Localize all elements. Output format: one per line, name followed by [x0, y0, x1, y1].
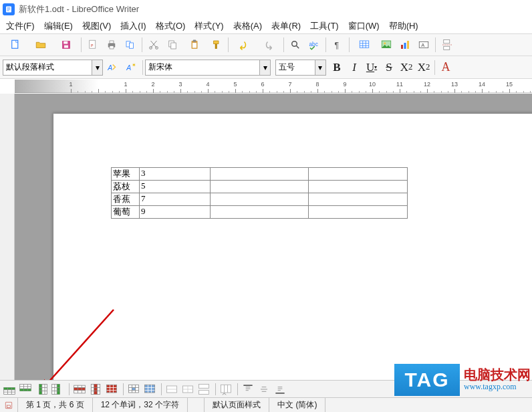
table-cell[interactable]: 3 [140, 168, 211, 181]
paragraph-style-combo[interactable]: 默认段落样式 ▾ [3, 60, 103, 76]
underline-button[interactable]: U ▾ [363, 59, 380, 76]
table-cell[interactable] [211, 168, 309, 181]
delete-col-button[interactable] [89, 383, 104, 396]
document-table[interactable]: 苹果3荔枝5香蕉7葡萄9 [111, 167, 408, 219]
insert-row-below-button[interactable] [19, 383, 33, 396]
find-replace-button[interactable] [287, 36, 304, 54]
align-center-button[interactable] [257, 383, 272, 396]
table-cell[interactable]: 苹果 [112, 168, 140, 181]
delete-table-button[interactable] [105, 383, 120, 396]
delete-row-button[interactable] [73, 383, 88, 396]
menu-insert[interactable]: 插入(I) [116, 19, 150, 33]
table-row[interactable]: 苹果3 [112, 168, 408, 181]
menu-styles[interactable]: 样式(Y) [190, 19, 228, 33]
superscript-button[interactable]: X2 [398, 59, 415, 76]
save-button[interactable] [54, 36, 78, 54]
language-status[interactable]: 中文 (简体) [269, 398, 325, 412]
word-count-status[interactable]: 12 个单词，32 个字符 [93, 398, 188, 412]
table-cell[interactable]: 7 [140, 193, 211, 206]
table-cell[interactable]: 5 [140, 181, 211, 193]
cut-button[interactable] [145, 36, 162, 54]
new-button[interactable] [3, 36, 27, 54]
page-style-status[interactable]: 默认页面样式 [205, 398, 269, 412]
page-status[interactable]: 第 1 页，共 6 页 [18, 398, 93, 412]
insert-chart-button[interactable] [396, 36, 414, 54]
export-pdf-button[interactable]: P [84, 36, 102, 54]
font-size-combo[interactable]: 五号 ▾ [275, 60, 326, 76]
table-cell[interactable]: 荔枝 [112, 181, 140, 193]
align-top-button[interactable] [241, 383, 256, 396]
svg-rect-20 [193, 40, 196, 42]
document-area[interactable]: 苹果3荔枝5香蕉7葡萄9 [15, 94, 532, 380]
table-cell[interactable]: 香蕉 [112, 193, 140, 206]
redo-button[interactable] [257, 36, 281, 54]
table-cell[interactable]: 葡萄 [112, 206, 140, 219]
table-cell[interactable] [211, 206, 309, 219]
svg-rect-60 [221, 385, 231, 393]
menu-edit[interactable]: 编辑(E) [39, 19, 78, 33]
app-icon [3, 3, 15, 15]
clone-format-button[interactable] [208, 36, 225, 54]
align-bottom-button[interactable] [273, 383, 288, 396]
select-table-button[interactable] [143, 383, 158, 396]
italic-button[interactable]: I [346, 59, 363, 76]
vertical-ruler[interactable] [0, 94, 15, 380]
insert-text-box-button[interactable]: A [415, 36, 432, 54]
nonprinting-chars-button[interactable]: ¶ [329, 36, 346, 54]
font-name-combo[interactable]: 新宋体 ▾ [145, 60, 271, 76]
table-row[interactable]: 荔枝5 [112, 181, 408, 193]
chevron-down-icon[interactable]: ▾ [259, 60, 270, 75]
subscript-button[interactable]: X2 [415, 59, 432, 76]
table-cell[interactable]: 9 [140, 206, 211, 219]
insert-table-button[interactable] [352, 36, 376, 54]
table-cell[interactable] [211, 181, 309, 193]
svg-rect-2 [7, 9, 11, 10]
svg-rect-34 [444, 40, 450, 43]
split-table-button[interactable] [197, 383, 212, 396]
chevron-down-icon[interactable]: ▾ [92, 60, 102, 75]
paste-button[interactable] [182, 36, 207, 54]
merge-cells-button[interactable] [165, 383, 180, 396]
copy-button[interactable] [164, 36, 181, 54]
table-row[interactable]: 香蕉7 [112, 193, 408, 206]
table-cell[interactable] [309, 168, 408, 181]
spellcheck-button[interactable]: abc [305, 36, 323, 54]
menu-view[interactable]: 视图(V) [78, 19, 116, 33]
split-cells-button[interactable] [181, 383, 196, 396]
menu-file[interactable]: 文件(F) [1, 19, 39, 33]
insert-col-right-button[interactable] [51, 383, 65, 396]
save-status-icon[interactable] [0, 398, 18, 412]
bold-button[interactable]: B [328, 59, 346, 76]
print-preview-button[interactable] [122, 36, 139, 54]
watermark-line2: www.tagxp.com [464, 381, 531, 393]
table-cell[interactable] [309, 193, 408, 206]
insert-page-break-button[interactable] [438, 36, 456, 54]
table-row[interactable]: 葡萄9 [112, 206, 408, 219]
chevron-down-icon[interactable]: ▾ [315, 60, 325, 75]
page: 苹果3荔枝5香蕉7葡萄9 [53, 114, 532, 380]
print-button[interactable] [103, 36, 120, 54]
table-cell[interactable] [309, 181, 408, 193]
svg-rect-14 [130, 43, 134, 48]
menu-tools[interactable]: 工具(T) [305, 19, 344, 33]
optimize-size-button[interactable] [219, 383, 234, 396]
table-cell[interactable] [309, 206, 408, 219]
insert-row-above-button[interactable] [3, 383, 17, 396]
menu-form[interactable]: 表单(R) [267, 19, 305, 33]
status-bar: 第 1 页，共 6 页 12 个单词，32 个字符 默认页面样式 中文 (简体) [0, 397, 532, 412]
select-cell-button[interactable] [127, 383, 142, 396]
insert-image-button[interactable] [378, 36, 395, 54]
menu-window[interactable]: 窗口(W) [344, 19, 384, 33]
menu-table[interactable]: 表格(A) [229, 19, 267, 33]
insert-col-left-button[interactable] [35, 383, 49, 396]
new-style-button[interactable]: A✶ [122, 59, 140, 76]
update-style-button[interactable]: A [104, 59, 121, 76]
horizontal-ruler[interactable]: 11234567891011121314151617 [15, 80, 532, 93]
strikethrough-button[interactable]: S [380, 59, 398, 76]
font-color-button[interactable]: A [437, 59, 454, 76]
open-button[interactable] [29, 36, 53, 54]
menu-format[interactable]: 格式(O) [151, 19, 190, 33]
menu-help[interactable]: 帮助(H) [384, 19, 423, 33]
undo-button[interactable] [231, 36, 255, 54]
table-cell[interactable] [211, 193, 309, 206]
